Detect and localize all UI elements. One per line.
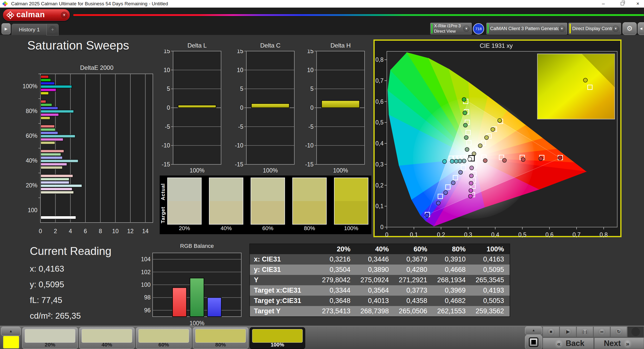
- pattern-swatch: [138, 329, 189, 343]
- stop-button[interactable]: ■: [543, 326, 559, 337]
- rgb-balance-chart: 9698100102104100%: [141, 249, 250, 333]
- svg-text:0,7: 0,7: [375, 77, 384, 84]
- workflow-nav-button[interactable]: ▶: [2, 23, 11, 34]
- rgb-bar-red: [173, 288, 186, 317]
- calman-menu-button[interactable]: calman ▼: [3, 9, 70, 21]
- column-header: 20%: [318, 245, 356, 253]
- svg-text:0: 0: [167, 104, 170, 111]
- svg-text:10: 10: [307, 67, 314, 73]
- minimize-button[interactable]: –: [596, 0, 610, 8]
- svg-text:5: 5: [240, 85, 243, 92]
- svg-text:-5: -5: [165, 123, 170, 130]
- table-row: Target y:CIE310,36480,40130,43580,46820,…: [250, 296, 510, 306]
- play-icon: ▶: [564, 328, 572, 336]
- measured-point-blue: [444, 190, 448, 194]
- measured-point-blue: [459, 170, 463, 174]
- transport-up-button[interactable]: ▲: [525, 326, 542, 335]
- table-cell: 259,3562: [471, 307, 510, 315]
- chevron-down-icon[interactable]: ▼: [559, 25, 565, 32]
- svg-text:0,8: 0,8: [375, 56, 384, 63]
- pattern-button-80%[interactable]: 80%: [193, 327, 248, 349]
- svg-text:102: 102: [141, 269, 151, 275]
- next-button[interactable]: Next»: [594, 338, 644, 349]
- swatch-target: [168, 201, 201, 224]
- transport-end-slot: [628, 326, 644, 337]
- measured-point-green: [463, 123, 467, 127]
- pattern-button-20%[interactable]: 20%: [22, 327, 78, 349]
- table-cell: 265,3545: [471, 276, 510, 284]
- table-cell: 0,3564: [356, 287, 394, 294]
- measured-point-blue: [436, 201, 440, 205]
- svg-text:-15: -15: [305, 161, 314, 168]
- settings-gear-button[interactable]: ⚙: [623, 22, 637, 35]
- row-label: Target x:CIE31: [250, 287, 318, 294]
- table-row: Target x:CIE310,33440,35640,37730,39690,…: [250, 285, 510, 296]
- pattern-swatch: [252, 329, 303, 343]
- svg-text:0,2: 0,2: [437, 231, 445, 237]
- display-control-label: Direct Display Control: [572, 26, 616, 31]
- delta-c-chart: 151050-5-10-15100%: [231, 50, 299, 181]
- chevron-down-icon[interactable]: ▼: [612, 25, 619, 32]
- step-icon: [··]: [581, 328, 589, 336]
- play-button[interactable]: ▶: [560, 326, 576, 337]
- pattern-label: 20%: [22, 342, 78, 348]
- measured-point-green: [465, 147, 469, 151]
- tab-history-1[interactable]: History 1: [12, 24, 47, 35]
- pattern-button-100%[interactable]: 100%: [250, 327, 305, 349]
- measured-point-cyan: [462, 159, 466, 163]
- collapse-panel-button[interactable]: ◀: [638, 22, 644, 35]
- measured-point-magenta: [469, 188, 473, 192]
- svg-text:15: 15: [163, 50, 170, 54]
- svg-text:0,3: 0,3: [464, 231, 472, 237]
- current-reading-block: Current Reading x: 0,4163 y: 0,5095 fL: …: [30, 245, 111, 327]
- pattern-button-40%[interactable]: 40%: [79, 327, 135, 349]
- meter-dropdown[interactable]: X-Rite i1Pro 3Direct View ▼: [430, 23, 472, 34]
- pattern-window-button[interactable]: [525, 335, 542, 349]
- chevron-down-icon[interactable]: ▼: [61, 12, 67, 18]
- pattern-label: 40%: [79, 342, 134, 348]
- table-cell: 0,3679: [394, 255, 433, 263]
- add-tab-button[interactable]: +: [46, 24, 59, 35]
- pattern-generator-dropdown[interactable]: CalMAN Client 3 Pattern Generator ▼: [486, 23, 567, 34]
- meter-status-edge: [431, 24, 433, 33]
- meter-count-badge[interactable]: 718: [473, 23, 484, 34]
- display-control-dropdown[interactable]: Direct Display Control ▼: [568, 23, 621, 34]
- svg-text:-10: -10: [235, 142, 243, 149]
- delta-c-title: Delta C: [246, 42, 294, 49]
- back-button[interactable]: «Back: [543, 338, 594, 349]
- current-pattern-swatch: [3, 336, 19, 348]
- calman-diamond-icon: [6, 11, 14, 19]
- swatch-60%: [251, 178, 285, 225]
- pattern-button-60%[interactable]: 60%: [136, 327, 192, 349]
- chevron-down-icon[interactable]: ▼: [463, 25, 470, 32]
- step-button[interactable]: [··]: [577, 326, 593, 337]
- svg-text:98: 98: [144, 294, 151, 301]
- measured-point-blue: [451, 181, 455, 185]
- svg-text:5: 5: [167, 85, 170, 92]
- restore-button[interactable]: [615, 0, 630, 8]
- table-header-row: 20%40%60%80%100%: [250, 244, 510, 254]
- svg-text:0,1: 0,1: [375, 203, 384, 209]
- table-row: x: CIE310,32160,34460,36790,39100,4163: [250, 254, 510, 265]
- meter-label: X-Rite i1Pro 3Direct View: [434, 23, 461, 34]
- loop-icon: ↻: [615, 328, 623, 336]
- svg-text:0,4: 0,4: [375, 140, 384, 147]
- swatch-target: [251, 201, 284, 224]
- loop-button[interactable]: ↻: [610, 326, 627, 337]
- stop-icon: ■: [547, 328, 555, 336]
- pattern-swatch: [25, 329, 75, 343]
- delta-l-chart: 151050-5-10-15100%: [157, 50, 226, 181]
- svg-text:40%: 40%: [26, 157, 37, 164]
- continuous-button[interactable]: ∞: [593, 326, 610, 337]
- rgb-bar-blue: [207, 297, 221, 317]
- close-button[interactable]: ×: [632, 0, 644, 8]
- swatch-100%: [334, 178, 368, 225]
- measured-point-red: [521, 158, 525, 162]
- target-row-label: Target: [160, 202, 167, 228]
- svg-text:100: 100: [141, 281, 151, 288]
- reading-fl: fL: 77,45: [30, 295, 111, 305]
- deltae-2000-chart: 02468101214100%80%60%40%20%100: [15, 71, 157, 243]
- pattern-panel-up-button[interactable]: ▲: [1, 327, 21, 336]
- swatch-label: 40%: [209, 225, 243, 232]
- measured-point-cyan: [458, 159, 462, 163]
